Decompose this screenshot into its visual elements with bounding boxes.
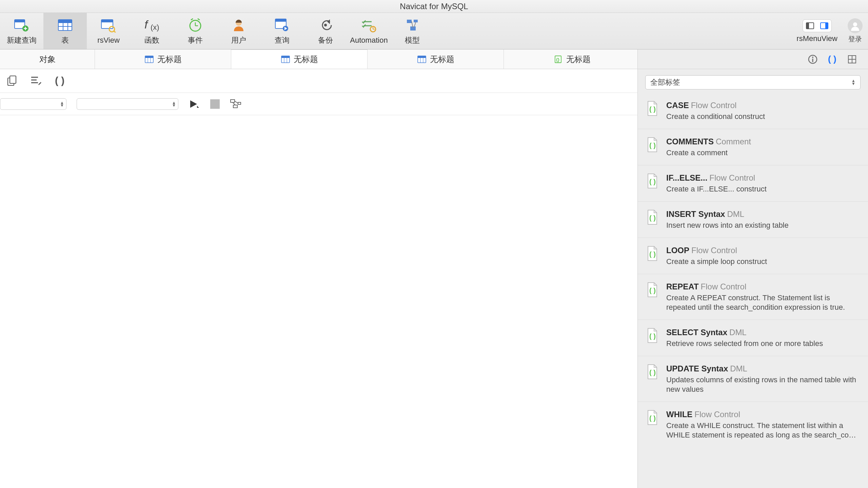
snippet-file-icon: ( ) [645, 282, 659, 298]
event-button[interactable]: 事件 [174, 13, 217, 49]
snippet-desc: Retrieve rows selected from one or more … [666, 339, 861, 348]
tab-label: 对象 [39, 54, 56, 65]
snippet-item[interactable]: ( ) COMMENTSComment Create a comment [638, 129, 868, 165]
function-button[interactable]: f(x) 函数 [130, 13, 174, 49]
snippet-category: Flow Control [691, 246, 737, 255]
svg-text:(x): (x) [151, 23, 159, 32]
snippet-desc: Create a simple loop construct [666, 257, 861, 266]
window-titlebar: Navicat for MySQL [0, 0, 868, 13]
login-button[interactable]: 登录 [848, 18, 863, 44]
table-icon [144, 55, 154, 63]
snippet-item[interactable]: ( ) WHILEFlow Control Create a WHILE con… [638, 402, 868, 447]
svg-point-40 [853, 22, 857, 26]
svg-rect-4 [58, 20, 72, 23]
clock-icon [187, 17, 203, 33]
svg-text:( ): ( ) [649, 250, 656, 258]
svg-rect-39 [825, 23, 828, 29]
snippet-item[interactable]: ( ) INSERT SyntaxDML Insert new rows int… [638, 202, 868, 238]
toolbar-label: 模型 [405, 35, 420, 45]
snippet-name: WHILE [666, 410, 692, 419]
snippet-item[interactable]: ( ) UPDATE SyntaxDML Updates columns of … [638, 356, 868, 402]
snippet-desc: Create a IF...ELSE... construct [666, 184, 861, 194]
tab-label: 无标题 [566, 54, 591, 65]
snippet-item[interactable]: ( ) SELECT SyntaxDML Retrieve rows selec… [638, 320, 868, 356]
svg-text:( ): ( ) [649, 105, 656, 113]
svg-line-17 [191, 19, 193, 20]
view-mode-right-icon[interactable] [817, 20, 831, 32]
backup-button[interactable]: 备份 [304, 13, 347, 49]
view-button[interactable]: rsView [87, 13, 130, 49]
new-query-button[interactable]: 新建查询 [0, 13, 43, 49]
sql-editor[interactable] [0, 115, 637, 488]
snippet-desc: Create a comment [666, 148, 861, 158]
info-tab-icon[interactable] [807, 54, 818, 65]
tab-untitled-2[interactable]: 无标题 [231, 49, 368, 69]
svg-rect-50 [418, 56, 426, 58]
svg-rect-42 [145, 56, 153, 58]
tab-objects[interactable]: 对象 [0, 49, 95, 69]
toolbar-label: 函数 [144, 35, 159, 45]
tag-filter-select[interactable]: 全部标签 ▲▼ [645, 75, 861, 89]
grid-tab-icon[interactable] [846, 54, 858, 65]
svg-marker-69 [197, 106, 199, 108]
snippet-name: COMMENTS [666, 137, 714, 146]
snippet-list: ( ) CASEFlow Control Create a conditiona… [638, 93, 868, 488]
snippet-desc: Create A REPEAT construct. The Statement… [666, 293, 861, 312]
snippet-file-icon: ( ) [645, 409, 659, 426]
snippet-category: Flow Control [709, 173, 755, 182]
toolbar-label: 事件 [188, 35, 203, 45]
format-icon[interactable] [29, 74, 43, 88]
svg-rect-70 [231, 100, 235, 102]
inspector-tabs: ( ) [637, 49, 868, 69]
snippet-file-icon: ( ) [645, 245, 659, 262]
view-mode-left-icon[interactable] [803, 20, 817, 32]
toolbar-label: 用户 [231, 35, 246, 45]
login-label: 登录 [848, 35, 862, 44]
svg-text:( ): ( ) [649, 369, 656, 376]
table-button[interactable]: 表 [43, 13, 87, 49]
svg-rect-1 [15, 20, 25, 22]
toolbar-spacer [434, 13, 796, 49]
model-button[interactable]: 模型 [391, 13, 434, 49]
automation-icon [361, 18, 377, 34]
snippet-category: DML [729, 328, 747, 337]
snippet-desc: Insert new rows into an existing table [666, 221, 861, 230]
toolbar-label: Automation [350, 36, 388, 45]
run-button[interactable] [189, 99, 200, 109]
svg-line-35 [414, 22, 416, 26]
view-mode-segmented[interactable] [803, 19, 832, 32]
parentheses-icon[interactable]: ( ) [53, 74, 66, 88]
svg-rect-32 [414, 20, 418, 22]
query-button[interactable]: 查询 [260, 13, 304, 49]
snippet-icon: {} [553, 55, 563, 63]
snippet-name: UPDATE Syntax [666, 364, 728, 373]
svg-rect-63 [10, 76, 16, 83]
copy-icon[interactable] [5, 74, 19, 88]
snippets-tab-icon[interactable]: ( ) [827, 54, 838, 65]
stop-button[interactable] [210, 99, 220, 109]
menu-view-label: rsMenuView [796, 34, 837, 43]
svg-rect-71 [233, 105, 237, 108]
user-icon [231, 17, 247, 33]
window-title: Navicat for MySQL [400, 2, 468, 11]
connection-select[interactable]: ▲▼ [0, 98, 66, 110]
svg-text:( ): ( ) [649, 332, 656, 340]
user-button[interactable]: 用户 [217, 13, 260, 49]
tab-untitled-1[interactable]: 无标题 [95, 49, 231, 69]
svg-line-18 [198, 19, 200, 20]
svg-marker-68 [190, 100, 197, 108]
model-icon [404, 17, 420, 33]
snippet-item[interactable]: ( ) LOOPFlow Control Create a simple loo… [638, 238, 868, 274]
tab-untitled-4[interactable]: {} 无标题 [504, 49, 640, 69]
new-query-icon [14, 17, 30, 33]
explain-icon[interactable] [230, 99, 241, 109]
snippet-desc: Updates columns of existing rows in the … [666, 375, 861, 394]
database-select[interactable]: ▲▼ [77, 98, 178, 110]
snippet-item[interactable]: ( ) IF...ELSE...Flow Control Create a IF… [638, 165, 868, 202]
tab-untitled-3[interactable]: 无标题 [368, 49, 504, 69]
snippet-item[interactable]: ( ) REPEATFlow Control Create A REPEAT c… [638, 274, 868, 320]
table-icon [417, 55, 427, 63]
automation-button[interactable]: Automation [347, 13, 391, 49]
snippet-item[interactable]: ( ) CASEFlow Control Create a conditiona… [638, 93, 868, 129]
snippet-category: Flow Control [691, 101, 737, 110]
